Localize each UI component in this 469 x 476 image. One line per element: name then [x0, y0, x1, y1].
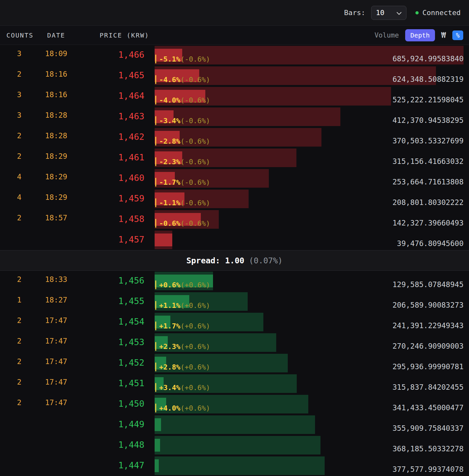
order-count: 3	[0, 49, 32, 58]
depth-bar-zone: +0.6%(+0.6%) 129,585.07848945	[155, 271, 464, 291]
order-price: 1,447	[80, 460, 155, 470]
chevron-down-icon	[397, 9, 402, 17]
order-count: 2	[0, 398, 32, 407]
cumulative-volume: 270,246.90909003	[392, 342, 464, 350]
price-change-sub: (+0.6%)	[180, 281, 210, 289]
order-date: 18:57	[32, 214, 80, 222]
order-date: 17:47	[32, 357, 80, 366]
orderbook-row[interactable]: 2 17:47 1,451 +3.4%(+0.6%) 315,837.84202…	[0, 373, 469, 394]
price-change-label: -4.0%(-0.6%)	[155, 96, 210, 105]
order-count: 3	[0, 90, 32, 99]
order-date: 18:27	[32, 296, 80, 304]
price-change-sub: (-0.6%)	[180, 117, 210, 125]
depth-bar-zone: 355,909.75840337	[155, 414, 464, 435]
order-count: 2	[0, 357, 32, 366]
price-change-main: -4.6%	[159, 76, 180, 84]
orderbook-row[interactable]: 3 18:28 1,463 -3.4%(-0.6%) 412,370.94538…	[0, 106, 469, 127]
depth-bar-individual	[155, 234, 172, 246]
order-date: 18:29	[32, 193, 80, 201]
connected-dot-icon	[415, 11, 419, 14]
depth-bar-zone: +3.4%(+0.6%) 315,837.84202455	[155, 373, 464, 394]
price-change-label: -2.8%(-0.6%)	[155, 137, 210, 146]
depth-bar-individual	[155, 459, 159, 472]
spread-percent: (0.07%)	[249, 256, 283, 265]
volume-view-toggle[interactable]: Volume	[374, 31, 399, 39]
view-controls: Volume Depth ₩ %	[155, 29, 469, 41]
bar-tick-icon	[155, 322, 156, 330]
orderbook-row[interactable]: 2 17:47 1,454 +1.7%(+0.6%) 241,391.22949…	[0, 312, 469, 332]
orderbook-row[interactable]: 2 18:57 1,458 -0.6%(-0.6%) 142,327.39660…	[0, 209, 469, 230]
depth-view-button[interactable]: Depth	[405, 29, 435, 41]
price-change-label: -4.6%(-0.6%)	[155, 75, 210, 84]
order-date: 18:09	[32, 49, 80, 58]
order-price: 1,457	[80, 234, 155, 244]
won-currency-icon[interactable]: ₩	[441, 31, 446, 40]
depth-bar-zone: -2.8%(-0.6%) 370,503.53327699	[155, 127, 464, 148]
price-change-main: -5.1%	[159, 55, 180, 63]
orderbook-row[interactable]: 4 18:29 1,460 -1.7%(-0.6%) 253,664.71613…	[0, 168, 469, 189]
orderbook-row[interactable]: 1,447 377,577.99374078	[0, 455, 469, 476]
order-price: 1,456	[80, 276, 155, 285]
depth-bar-individual	[155, 439, 160, 452]
bar-tick-icon	[155, 199, 156, 207]
price-change-label: +4.0%(+0.6%)	[155, 404, 210, 412]
cumulative-volume: 295,936.99990781	[392, 362, 464, 371]
depth-bar-zone: +2.8%(+0.6%) 295,936.99990781	[155, 353, 464, 373]
column-header: COUNTS DATE PRICE (KRW) Volume Depth ₩ %	[0, 26, 469, 45]
order-count: 2	[0, 132, 32, 140]
price-change-sub: (+0.6%)	[180, 384, 210, 392]
order-date: 17:47	[32, 316, 80, 325]
price-change-main: -0.6%	[159, 219, 180, 227]
cumulative-volume: 368,185.50332278	[392, 445, 464, 453]
orderbook-row[interactable]: 2 17:47 1,452 +2.8%(+0.6%) 295,936.99990…	[0, 353, 469, 373]
price-change-main: +1.1%	[159, 302, 180, 310]
orderbook-row[interactable]: 2 18:29 1,461 -2.3%(-0.6%) 315,156.41663…	[0, 148, 469, 168]
depth-bar-zone: 377,577.99374078	[155, 455, 464, 476]
order-count: 2	[0, 378, 32, 386]
order-price: 1,450	[80, 399, 155, 409]
cumulative-volume: 377,577.99374078	[392, 465, 464, 473]
orderbook-row[interactable]: 2 17:47 1,453 +2.3%(+0.6%) 270,246.90909…	[0, 332, 469, 353]
price-change-label: +2.3%(+0.6%)	[155, 342, 210, 351]
orderbook-row[interactable]: 2 17:47 1,450 +4.0%(+0.6%) 341,433.45000…	[0, 394, 469, 414]
depth-bar-zone: -1.1%(-0.6%) 208,801.80302222	[155, 189, 464, 209]
orderbook-row[interactable]: 2 18:33 1,456 +0.6%(+0.6%) 129,585.07848…	[0, 271, 469, 291]
orderbook-row[interactable]: 4 18:29 1,459 -1.1%(-0.6%) 208,801.80302…	[0, 189, 469, 209]
bar-tick-icon	[155, 75, 156, 84]
cumulative-volume: 39,476.80945600	[397, 239, 464, 248]
cumulative-volume: 206,589.90083273	[392, 301, 464, 309]
percent-toggle-button[interactable]: %	[452, 30, 463, 40]
orderbook-row[interactable]: 1,448 368,185.50332278	[0, 435, 469, 455]
order-date: 18:29	[32, 173, 80, 181]
price-change-main: -3.4%	[159, 117, 180, 125]
depth-bar-zone: -2.3%(-0.6%) 315,156.41663032	[155, 148, 464, 168]
bar-tick-icon	[155, 219, 156, 228]
price-change-main: -4.0%	[159, 96, 180, 104]
cumulative-volume: 253,664.71613808	[392, 178, 464, 186]
depth-bar-zone: +1.1%(+0.6%) 206,589.90083273	[155, 291, 464, 312]
price-change-label: -1.7%(-0.6%)	[155, 178, 210, 187]
order-date: 18:16	[32, 70, 80, 78]
price-change-sub: (-0.6%)	[180, 219, 210, 227]
orderbook-row[interactable]: 1,457 39,476.80945600	[0, 230, 469, 250]
cumulative-volume: 315,837.84202455	[392, 383, 464, 391]
price-change-main: +1.7%	[159, 322, 180, 330]
order-count: 2	[0, 337, 32, 345]
price-change-sub: (-0.6%)	[180, 137, 210, 145]
orderbook-row[interactable]: 3 18:09 1,466 -5.1%(-0.6%) 685,924.99583…	[0, 45, 469, 65]
orderbook-row[interactable]: 2 18:28 1,462 -2.8%(-0.6%) 370,503.53327…	[0, 127, 469, 148]
depth-bar-zone: -4.0%(-0.6%) 525,222.21598045	[155, 86, 464, 106]
price-change-main: +2.3%	[159, 343, 180, 351]
price-change-label: +1.1%(+0.6%)	[155, 301, 210, 310]
bar-tick-icon	[155, 281, 156, 289]
depth-bar-cumulative	[155, 415, 315, 434]
orderbook-row[interactable]: 1 18:27 1,455 +1.1%(+0.6%) 206,589.90083…	[0, 291, 469, 312]
price-change-label: +2.8%(+0.6%)	[155, 363, 210, 371]
orderbook-row[interactable]: 3 18:16 1,464 -4.0%(-0.6%) 525,222.21598…	[0, 86, 469, 106]
cumulative-volume: 341,433.45000477	[392, 404, 464, 412]
bars-count-select[interactable]: 10	[371, 6, 406, 20]
orderbook-row[interactable]: 1,449 355,909.75840337	[0, 414, 469, 435]
bar-tick-icon	[155, 96, 156, 105]
depth-bar-cumulative	[155, 456, 325, 475]
orderbook-row[interactable]: 2 18:16 1,465 -4.6%(-0.6%) 624,348.50882…	[0, 65, 469, 86]
